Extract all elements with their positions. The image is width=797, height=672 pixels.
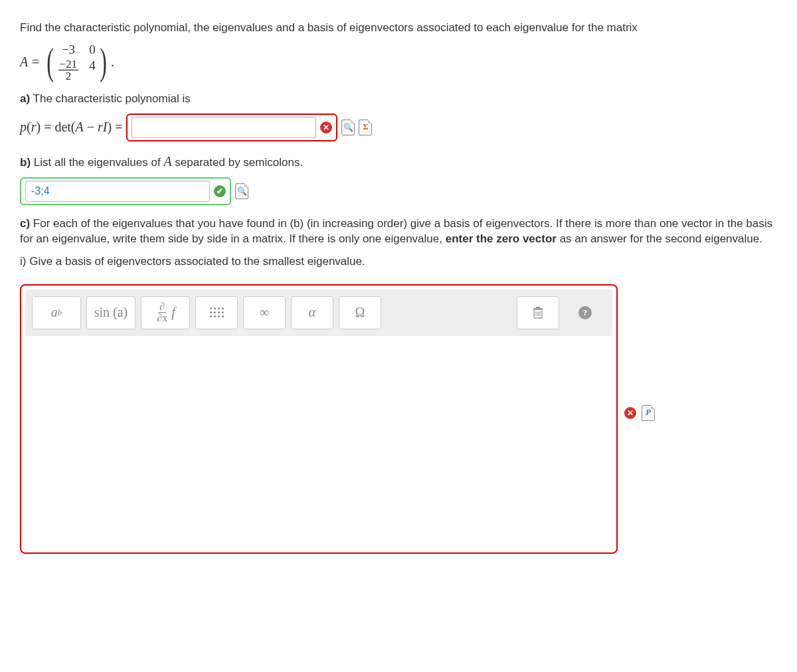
toolbar-infinity-button[interactable]: ∞ <box>243 296 286 329</box>
part-c-label: c) <box>20 217 30 230</box>
svg-rect-4 <box>533 308 543 309</box>
question-intro: Find the characteristic polynomial, the … <box>20 20 777 36</box>
toolbar-matrix-button[interactable] <box>195 296 238 329</box>
dots-icon <box>210 307 224 317</box>
part-c-bold: enter the zero vector <box>446 232 557 245</box>
matrix-lhs: A = <box>20 54 40 70</box>
toolbar-clear-button[interactable] <box>517 296 559 329</box>
editor-side-icons: ✕ P <box>624 405 655 421</box>
matrix-a22: 4 <box>89 58 96 82</box>
part-a-answer-row: p(r) = det(A − rI) = ✕ 🔍 Σ <box>20 114 777 141</box>
part-a-expr: p(r) = det(A − rI) = <box>20 120 122 135</box>
toolbar-omega-button[interactable]: Ω <box>339 296 381 329</box>
part-b-desc-2: separated by semicolons. <box>172 156 304 169</box>
correct-icon: ✔ <box>214 185 226 197</box>
paren-open: ( <box>47 45 54 78</box>
incorrect-icon: ✕ <box>320 122 332 133</box>
toolbar-help-button[interactable]: ? <box>565 297 606 329</box>
part-a-text: a) The characteristic polynomial is <box>20 91 777 107</box>
part-c-desc-after: as an answer for the second eigenvalue. <box>557 232 762 245</box>
part-a-desc: The characteristic polynomial is <box>33 92 191 105</box>
matrix-a21: −21 2 <box>58 58 79 82</box>
part-b-input-wrap: ✔ <box>20 177 231 205</box>
matrix-tail: . <box>111 54 114 70</box>
matrix-entries: −3 0 −21 2 4 <box>58 42 96 82</box>
toolbar-partial-button[interactable]: ∂ ∂x f <box>141 296 190 329</box>
part-a-label: a) <box>20 92 30 105</box>
toolbar-power-button[interactable]: ab <box>32 296 81 329</box>
part-c-sub-i: i) Give a basis of eigenvectors associat… <box>20 254 777 270</box>
preview-icon-editor[interactable]: P <box>642 405 655 421</box>
incorrect-icon-editor: ✕ <box>624 407 636 419</box>
preview-icon-b[interactable]: 🔍 <box>235 183 248 199</box>
part-b-answer-row: ✔ 🔍 <box>20 177 777 205</box>
editor-toolbar: ab sin (a) ∂ ∂x f ∞ α Ω <box>25 290 612 336</box>
part-b-label: b) <box>20 156 31 169</box>
math-editor: ab sin (a) ∂ ∂x f ∞ α Ω <box>20 284 618 554</box>
preview-icon[interactable]: 🔍 <box>341 120 355 135</box>
toolbar-alpha-button[interactable]: α <box>291 296 333 329</box>
part-a-input-wrap: ✕ <box>126 114 337 141</box>
equation-editor-icon[interactable]: Σ <box>359 120 372 135</box>
help-icon: ? <box>578 306 592 319</box>
matrix-a11: −3 <box>58 42 79 57</box>
editor-textarea[interactable] <box>25 336 612 548</box>
part-a-input[interactable] <box>132 117 316 138</box>
matrix-a21-den: 2 <box>64 70 73 82</box>
part-b-desc-1: List all the eigenvalues of <box>34 156 164 169</box>
matrix-definition: A = ( −3 0 −21 2 4 ) . <box>20 42 777 82</box>
svg-rect-5 <box>536 307 540 308</box>
part-c-text: c) For each of the eigenvalues that you … <box>20 216 777 248</box>
toolbar-sin-button[interactable]: sin (a) <box>86 296 135 329</box>
part-b-text: b) List all the eigenvalues of A separat… <box>20 152 777 171</box>
paren-close: ) <box>100 45 107 78</box>
part-b-input[interactable] <box>25 181 210 202</box>
matrix-a12: 0 <box>89 42 96 57</box>
trash-icon <box>532 306 544 319</box>
matrix-a21-num: −21 <box>58 58 79 70</box>
